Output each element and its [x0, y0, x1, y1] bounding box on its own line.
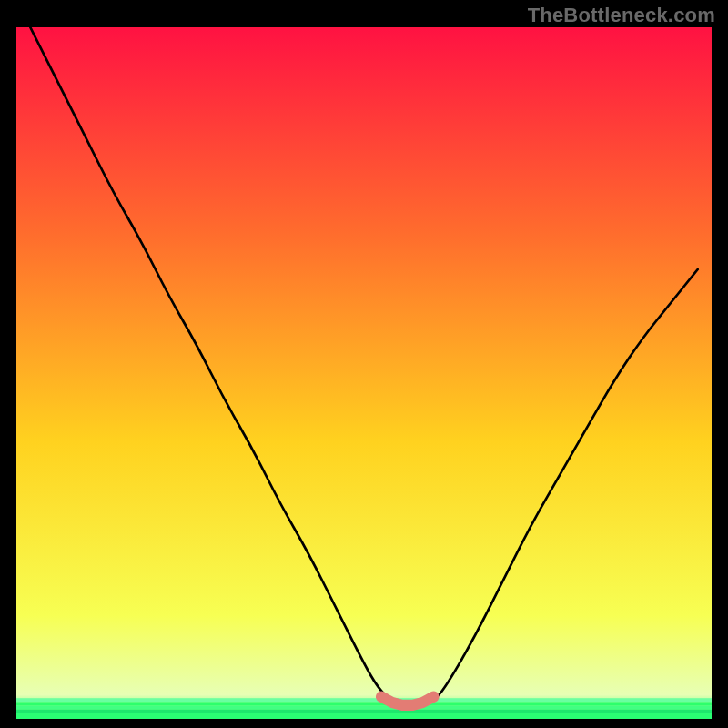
svg-rect-2: [16, 706, 712, 710]
svg-rect-4: [16, 713, 712, 719]
chart-frame: TheBottleneck.com: [0, 0, 728, 728]
green-band: [16, 698, 712, 719]
watermark-text: TheBottleneck.com: [528, 4, 715, 27]
svg-rect-0: [16, 698, 712, 702]
gradient-background: [16, 27, 712, 719]
svg-rect-1: [16, 702, 712, 705]
bottleneck-chart: [16, 27, 712, 719]
svg-rect-3: [16, 710, 712, 713]
